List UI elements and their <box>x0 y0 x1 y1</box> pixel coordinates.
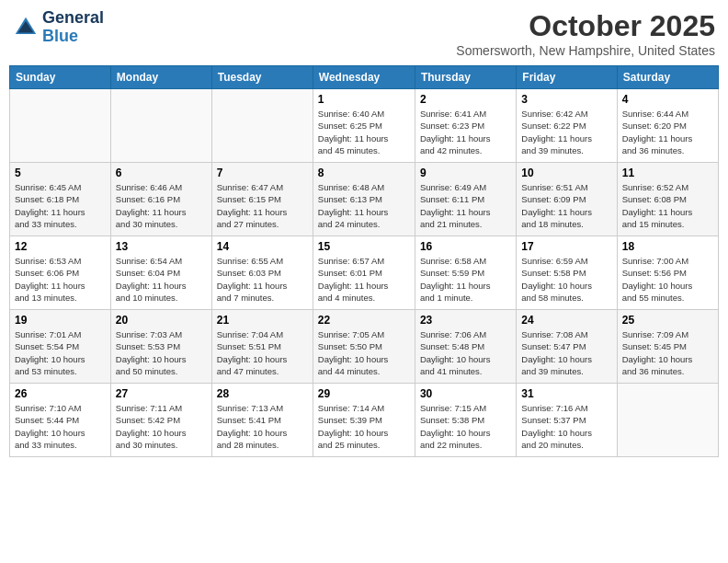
calendar-cell: 21Sunrise: 7:04 AM Sunset: 5:51 PM Dayli… <box>211 310 313 384</box>
day-number: 26 <box>15 387 106 400</box>
logo-icon <box>13 15 39 40</box>
day-info: Sunrise: 6:41 AM Sunset: 6:23 PM Dayligh… <box>420 108 511 156</box>
day-info: Sunrise: 7:09 AM Sunset: 5:45 PM Dayligh… <box>622 328 713 377</box>
calendar-cell: 10Sunrise: 6:51 AM Sunset: 6:09 PM Dayli… <box>517 163 617 236</box>
weekday-header-monday: Monday <box>110 66 211 89</box>
calendar-table: SundayMondayTuesdayWednesdayThursdayFrid… <box>9 65 719 457</box>
day-number: 28 <box>217 387 308 400</box>
day-number: 21 <box>217 314 308 327</box>
day-number: 24 <box>521 314 611 327</box>
day-number: 6 <box>116 167 207 179</box>
calendar-cell: 3Sunrise: 6:42 AM Sunset: 6:22 PM Daylig… <box>517 89 617 163</box>
weekday-header-row: SundayMondayTuesdayWednesdayThursdayFrid… <box>10 66 719 89</box>
weekday-header-sunday: Sunday <box>10 66 111 89</box>
day-info: Sunrise: 7:08 AM Sunset: 5:47 PM Dayligh… <box>521 328 611 377</box>
day-info: Sunrise: 6:48 AM Sunset: 6:13 PM Dayligh… <box>318 181 410 230</box>
day-info: Sunrise: 6:44 AM Sunset: 6:20 PM Dayligh… <box>622 108 713 156</box>
calendar-cell: 9Sunrise: 6:49 AM Sunset: 6:11 PM Daylig… <box>415 163 516 236</box>
day-info: Sunrise: 6:46 AM Sunset: 6:16 PM Dayligh… <box>116 181 207 230</box>
calendar-cell <box>211 89 313 163</box>
day-number: 16 <box>420 240 511 253</box>
day-info: Sunrise: 7:00 AM Sunset: 5:56 PM Dayligh… <box>622 255 713 304</box>
calendar-cell: 1Sunrise: 6:40 AM Sunset: 6:25 PM Daylig… <box>313 89 415 163</box>
day-info: Sunrise: 6:58 AM Sunset: 5:59 PM Dayligh… <box>420 255 511 304</box>
day-info: Sunrise: 7:06 AM Sunset: 5:48 PM Dayligh… <box>420 328 511 377</box>
calendar-cell: 24Sunrise: 7:08 AM Sunset: 5:47 PM Dayli… <box>517 310 617 384</box>
day-info: Sunrise: 7:15 AM Sunset: 5:38 PM Dayligh… <box>420 402 511 451</box>
calendar-cell <box>617 384 718 457</box>
location-title: Somersworth, New Hampshire, United State… <box>456 43 715 58</box>
calendar-cell: 7Sunrise: 6:47 AM Sunset: 6:15 PM Daylig… <box>211 163 313 236</box>
calendar-cell: 20Sunrise: 7:03 AM Sunset: 5:53 PM Dayli… <box>110 310 211 384</box>
day-info: Sunrise: 6:53 AM Sunset: 6:06 PM Dayligh… <box>15 255 106 304</box>
calendar-cell: 16Sunrise: 6:58 AM Sunset: 5:59 PM Dayli… <box>415 236 516 310</box>
day-info: Sunrise: 6:47 AM Sunset: 6:15 PM Dayligh… <box>217 181 308 230</box>
day-number: 4 <box>622 93 713 106</box>
calendar-cell: 19Sunrise: 7:01 AM Sunset: 5:54 PM Dayli… <box>10 310 111 384</box>
calendar-cell: 31Sunrise: 7:16 AM Sunset: 5:37 PM Dayli… <box>517 384 617 457</box>
month-title: October 2025 <box>456 9 715 43</box>
day-info: Sunrise: 7:10 AM Sunset: 5:44 PM Dayligh… <box>15 402 106 451</box>
weekday-header-wednesday: Wednesday <box>313 66 415 89</box>
day-number: 18 <box>622 240 713 253</box>
calendar-cell: 15Sunrise: 6:57 AM Sunset: 6:01 PM Dayli… <box>313 236 415 310</box>
day-number: 1 <box>318 93 410 106</box>
day-info: Sunrise: 6:52 AM Sunset: 6:08 PM Dayligh… <box>622 181 713 230</box>
calendar-cell: 17Sunrise: 6:59 AM Sunset: 5:58 PM Dayli… <box>517 236 617 310</box>
calendar-cell: 6Sunrise: 6:46 AM Sunset: 6:16 PM Daylig… <box>110 163 211 236</box>
logo-line2: Blue <box>42 28 104 46</box>
logo-line1: General <box>42 9 104 28</box>
title-block: October 2025 Somersworth, New Hampshire,… <box>456 9 715 58</box>
day-number: 2 <box>420 93 511 106</box>
calendar-cell: 29Sunrise: 7:14 AM Sunset: 5:39 PM Dayli… <box>313 384 415 457</box>
calendar-cell: 5Sunrise: 6:45 AM Sunset: 6:18 PM Daylig… <box>10 163 111 236</box>
day-number: 5 <box>15 167 106 179</box>
day-number: 27 <box>116 387 207 400</box>
day-info: Sunrise: 7:14 AM Sunset: 5:39 PM Dayligh… <box>318 402 410 451</box>
weekday-header-friday: Friday <box>517 66 617 89</box>
calendar-week-1: 1Sunrise: 6:40 AM Sunset: 6:25 PM Daylig… <box>10 89 719 163</box>
day-info: Sunrise: 7:05 AM Sunset: 5:50 PM Dayligh… <box>318 328 410 377</box>
calendar-cell: 8Sunrise: 6:48 AM Sunset: 6:13 PM Daylig… <box>313 163 415 236</box>
day-number: 12 <box>15 240 106 253</box>
day-number: 23 <box>420 314 511 327</box>
day-info: Sunrise: 6:55 AM Sunset: 6:03 PM Dayligh… <box>217 255 308 304</box>
page-header: General Blue October 2025 Somersworth, N… <box>9 9 719 58</box>
calendar-cell: 4Sunrise: 6:44 AM Sunset: 6:20 PM Daylig… <box>617 89 718 163</box>
day-number: 8 <box>318 167 410 179</box>
day-number: 10 <box>521 167 611 179</box>
calendar-cell <box>10 89 111 163</box>
calendar-body: 1Sunrise: 6:40 AM Sunset: 6:25 PM Daylig… <box>10 89 719 457</box>
calendar-cell: 14Sunrise: 6:55 AM Sunset: 6:03 PM Dayli… <box>211 236 313 310</box>
day-info: Sunrise: 7:01 AM Sunset: 5:54 PM Dayligh… <box>15 328 106 377</box>
calendar-cell: 27Sunrise: 7:11 AM Sunset: 5:42 PM Dayli… <box>110 384 211 457</box>
day-number: 3 <box>521 93 611 106</box>
calendar-cell: 23Sunrise: 7:06 AM Sunset: 5:48 PM Dayli… <box>415 310 516 384</box>
day-number: 25 <box>622 314 713 327</box>
logo-text: General Blue <box>42 9 104 46</box>
day-info: Sunrise: 6:54 AM Sunset: 6:04 PM Dayligh… <box>116 255 207 304</box>
day-info: Sunrise: 6:49 AM Sunset: 6:11 PM Dayligh… <box>420 181 511 230</box>
weekday-header-thursday: Thursday <box>415 66 516 89</box>
day-number: 22 <box>318 314 410 327</box>
weekday-header-tuesday: Tuesday <box>211 66 313 89</box>
calendar-cell: 18Sunrise: 7:00 AM Sunset: 5:56 PM Dayli… <box>617 236 718 310</box>
day-number: 19 <box>15 314 106 327</box>
calendar-header: SundayMondayTuesdayWednesdayThursdayFrid… <box>10 66 719 89</box>
calendar-week-3: 12Sunrise: 6:53 AM Sunset: 6:06 PM Dayli… <box>10 236 719 310</box>
day-number: 31 <box>521 387 611 400</box>
calendar-week-2: 5Sunrise: 6:45 AM Sunset: 6:18 PM Daylig… <box>10 163 719 236</box>
day-number: 13 <box>116 240 207 253</box>
day-info: Sunrise: 6:57 AM Sunset: 6:01 PM Dayligh… <box>318 255 410 304</box>
calendar-week-5: 26Sunrise: 7:10 AM Sunset: 5:44 PM Dayli… <box>10 384 719 457</box>
day-number: 30 <box>420 387 511 400</box>
weekday-header-saturday: Saturday <box>617 66 718 89</box>
day-info: Sunrise: 6:42 AM Sunset: 6:22 PM Dayligh… <box>521 108 611 156</box>
logo: General Blue <box>13 9 104 46</box>
day-info: Sunrise: 7:16 AM Sunset: 5:37 PM Dayligh… <box>521 402 611 451</box>
day-info: Sunrise: 6:51 AM Sunset: 6:09 PM Dayligh… <box>521 181 611 230</box>
day-info: Sunrise: 7:11 AM Sunset: 5:42 PM Dayligh… <box>116 402 207 451</box>
day-info: Sunrise: 6:59 AM Sunset: 5:58 PM Dayligh… <box>521 255 611 304</box>
calendar-cell: 13Sunrise: 6:54 AM Sunset: 6:04 PM Dayli… <box>110 236 211 310</box>
calendar-cell <box>110 89 211 163</box>
